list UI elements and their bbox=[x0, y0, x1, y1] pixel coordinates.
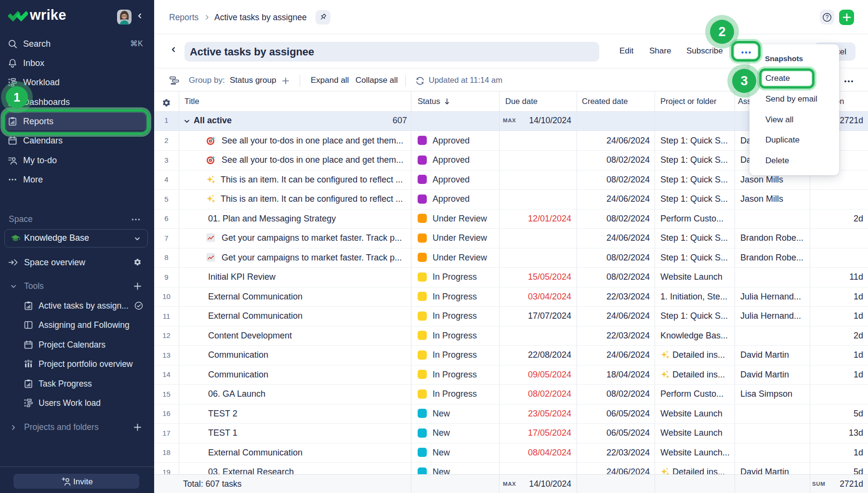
svg-text:?: ? bbox=[826, 14, 829, 21]
